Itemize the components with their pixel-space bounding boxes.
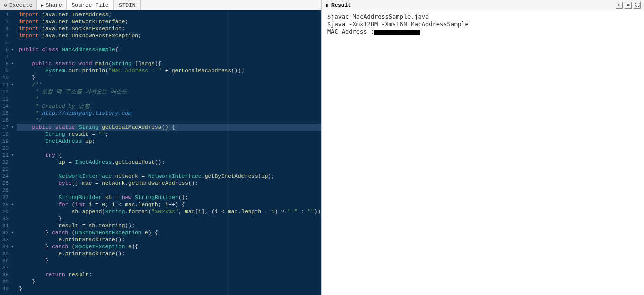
- gutter-line: 21▾: [2, 152, 14, 159]
- code-line[interactable]: InetAddress ip;: [17, 138, 321, 145]
- gutter-line: 11▾: [2, 81, 14, 88]
- fold-toggle[interactable]: ▾: [10, 201, 14, 208]
- gutter-line: 36: [2, 257, 14, 264]
- gears-icon: [4, 2, 7, 8]
- code-line[interactable]: import java.net.NetworkInterface;: [17, 18, 321, 25]
- code-line[interactable]: }: [17, 74, 321, 81]
- result-line: $java -Xmx128M -Xms16M MacAddressSample: [327, 21, 639, 28]
- result-output[interactable]: $javac MacAddressSample.java $java -Xmx1…: [322, 10, 644, 295]
- code-line[interactable]: try {: [17, 152, 321, 159]
- gutter-line: 37: [2, 264, 14, 271]
- tab-stdin[interactable]: STDIN: [114, 0, 141, 10]
- code-line[interactable]: [17, 166, 321, 173]
- gutter-line: 26: [2, 187, 14, 194]
- source-file-label: Source File: [72, 2, 109, 8]
- code-line[interactable]: System.out.println("MAC Address : " + ge…: [17, 67, 321, 74]
- fold-toggle[interactable]: ▾: [10, 60, 14, 67]
- fold-toggle[interactable]: ▾: [10, 243, 14, 250]
- gutter-line: 19: [2, 138, 14, 145]
- code-line[interactable]: * Created by 닢향: [17, 103, 321, 110]
- code-line[interactable]: public static void main(String []args){: [17, 60, 321, 67]
- gutter-line: 14: [2, 103, 14, 110]
- gutter-line: 29: [2, 208, 14, 215]
- code-line[interactable]: import java.net.UnknownHostException;: [17, 32, 321, 39]
- code-line[interactable]: * http://niphyang.tistory.com: [17, 110, 321, 117]
- code-line[interactable]: */: [17, 117, 321, 124]
- gutter-line: 32▾: [2, 229, 14, 236]
- code-line[interactable]: [17, 39, 321, 46]
- collapse-left-icon[interactable]: ⇤: [616, 2, 623, 9]
- gutter-line: 9: [2, 67, 14, 74]
- code-line[interactable]: public static String getLocalMacAddress(…: [17, 124, 321, 131]
- gutter-line: 22: [2, 159, 14, 166]
- gutter-line: 33: [2, 236, 14, 243]
- code-line[interactable]: e.printStackTrace();: [17, 250, 321, 257]
- code-line[interactable]: public class MacAddressSample{: [17, 46, 321, 53]
- gutter-line: 3: [2, 25, 14, 32]
- gutter-line: 25: [2, 180, 14, 187]
- fold-toggle[interactable]: ▾: [10, 46, 14, 53]
- gutter: 123456▾78▾91011▾121314151617▾18192021▾22…: [0, 10, 17, 295]
- code-line[interactable]: [17, 145, 321, 152]
- code-line[interactable]: StringBuilder sb = new StringBuilder();: [17, 194, 321, 201]
- code-line[interactable]: return result;: [17, 271, 321, 278]
- gutter-line: 7: [2, 53, 14, 60]
- fold-toggle[interactable]: ▾: [10, 124, 14, 131]
- code-line[interactable]: [17, 264, 321, 271]
- result-window-controls: ⇤ ⇌ ⛶: [616, 2, 641, 9]
- result-title: Result: [331, 2, 351, 8]
- collapse-icon[interactable]: ⇌: [625, 2, 632, 9]
- code-line[interactable]: ip = InetAddress.getLocalHost();: [17, 159, 321, 166]
- gutter-line: 34▾: [2, 243, 14, 250]
- gutter-line: 28▾: [2, 201, 14, 208]
- share-button[interactable]: Share: [37, 0, 66, 10]
- code-line[interactable]: } catch (SocketException e){: [17, 243, 321, 250]
- gutter-line: 24: [2, 173, 14, 180]
- code-line[interactable]: e.printStackTrace();: [17, 236, 321, 243]
- editor-pane: Execute Share Source File STDIN 123456▾7…: [0, 0, 322, 295]
- code-line[interactable]: result = sb.toString();: [17, 222, 321, 229]
- code-line[interactable]: [17, 187, 321, 194]
- code-line[interactable]: for (int i = 0; i < mac.length; i++) {: [17, 201, 321, 208]
- stdin-label: STDIN: [119, 2, 135, 8]
- execute-label: Execute: [9, 2, 32, 8]
- gutter-line: 2: [2, 18, 14, 25]
- gutter-line: 40: [2, 285, 14, 292]
- result-header: Result ⇤ ⇌ ⛶: [322, 0, 644, 10]
- code-line[interactable]: } catch (UnknownHostException e) {: [17, 229, 321, 236]
- gutter-line: 35: [2, 250, 14, 257]
- execute-button[interactable]: Execute: [0, 0, 37, 10]
- code-line[interactable]: NetworkInterface network = NetworkInterf…: [17, 173, 321, 180]
- expand-icon[interactable]: ⛶: [634, 2, 641, 9]
- share-label: Share: [46, 2, 62, 8]
- code-line[interactable]: }: [17, 257, 321, 264]
- code-line[interactable]: *: [17, 95, 321, 103]
- result-icon: [325, 2, 329, 8]
- gutter-line: 4: [2, 32, 14, 39]
- result-line: MAC Address :: [327, 28, 639, 36]
- code-editor[interactable]: 123456▾78▾91011▾121314151617▾18192021▾22…: [0, 10, 321, 295]
- tab-source-file[interactable]: Source File: [67, 0, 114, 10]
- gutter-line: 17▾: [2, 124, 14, 131]
- result-title-group: Result: [325, 2, 351, 8]
- code-line[interactable]: sb.append(String.format("%02X%s", mac[i]…: [17, 208, 321, 215]
- editor-toolbar: Execute Share Source File STDIN: [0, 0, 321, 10]
- code-line[interactable]: }: [17, 285, 321, 292]
- fold-toggle[interactable]: ▾: [10, 152, 14, 159]
- code-line[interactable]: * 로컬 맥 주소를 가져오는 메소드: [17, 88, 321, 95]
- code-line[interactable]: [17, 53, 321, 60]
- code-line[interactable]: byte[] mac = network.getHardwareAddress(…: [17, 180, 321, 187]
- fold-toggle[interactable]: ▾: [10, 81, 14, 88]
- gutter-line: 31: [2, 222, 14, 229]
- code-line[interactable]: }: [17, 215, 321, 222]
- fold-toggle[interactable]: ▾: [10, 229, 14, 236]
- code-line[interactable]: import java.net.InetAddress;: [17, 11, 321, 18]
- code-line[interactable]: }: [17, 278, 321, 285]
- code-area[interactable]: import java.net.InetAddress;import java.…: [17, 10, 321, 295]
- code-line[interactable]: /**: [17, 81, 321, 88]
- result-pane: Result ⇤ ⇌ ⛶ $javac MacAddressSample.jav…: [322, 0, 644, 295]
- code-line[interactable]: import java.net.SocketException;: [17, 25, 321, 32]
- result-line: $javac MacAddressSample.java: [327, 13, 639, 21]
- gutter-line: 18: [2, 131, 14, 138]
- code-line[interactable]: String result = "";: [17, 131, 321, 138]
